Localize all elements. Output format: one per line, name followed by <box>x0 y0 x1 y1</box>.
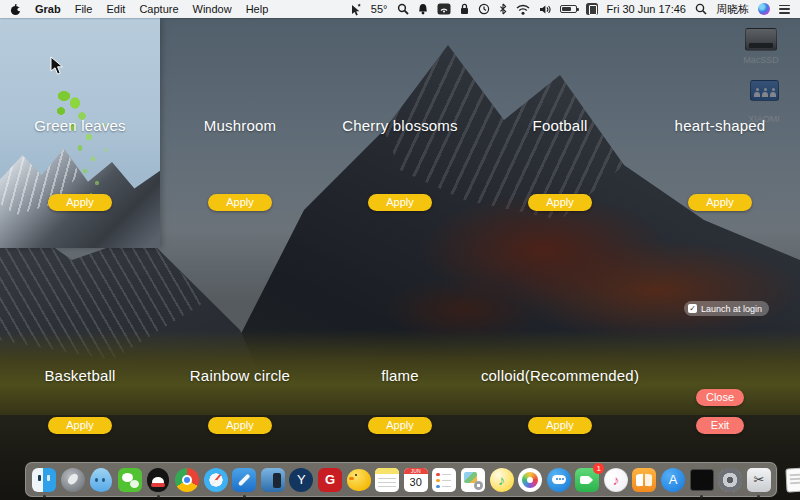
apply-button-flame[interactable]: Apply <box>368 417 432 434</box>
apply-button-rainbow-circle[interactable]: Apply <box>208 417 272 434</box>
user-name-status[interactable]: 周晓栋 <box>716 2 749 17</box>
lock-status-icon[interactable] <box>460 3 469 15</box>
exit-button[interactable]: Exit <box>696 417 744 434</box>
menu-edit[interactable]: Edit <box>106 3 125 15</box>
checkbox-check-icon[interactable]: ✓ <box>688 304 697 313</box>
dock-icon-device-tool[interactable] <box>260 467 286 493</box>
effect-label-mushroom: Mushroom <box>160 117 320 134</box>
menu-bar-left: Grab File Edit Capture Window Help <box>10 3 268 16</box>
effect-label-cherry-blossoms: Cherry blossoms <box>320 117 480 134</box>
dock-icon-grab[interactable]: ✂ <box>746 467 772 493</box>
wireless-display-status-icon[interactable] <box>437 3 451 15</box>
dock-divider <box>777 466 778 494</box>
dock-icon-tree-circle[interactable]: Y <box>288 467 314 493</box>
apply-button-basketball[interactable]: Apply <box>48 417 112 434</box>
dock-icon-documents[interactable] <box>784 467 800 493</box>
dock-icon-qq[interactable] <box>145 467 171 493</box>
apply-button-mushroom[interactable]: Apply <box>208 194 272 211</box>
temperature-status[interactable]: 55° <box>371 3 388 15</box>
dock-icon-reminders[interactable] <box>431 467 457 493</box>
dock-icon-water-drop[interactable] <box>88 467 114 493</box>
effect-label-basketball: Basketball <box>0 367 160 384</box>
dock-icon-finder[interactable] <box>31 467 57 493</box>
input-source-status-icon[interactable] <box>586 3 598 15</box>
effect-label-green-leaves: Green leaves <box>0 117 160 134</box>
dock-icon-wechat[interactable] <box>117 467 143 493</box>
dock-icon-chrome[interactable] <box>174 467 200 493</box>
dock-icon-itunes[interactable]: ♪ <box>603 467 629 493</box>
dock-icon-preview[interactable] <box>460 467 486 493</box>
notification-center-icon[interactable] <box>779 5 790 14</box>
dock-icon-qq-music[interactable]: ♪ <box>489 467 515 493</box>
green-leaves-particles <box>48 80 118 208</box>
dock-icon-xcode[interactable] <box>231 467 257 493</box>
effect-preview-cell-green-leaves[interactable]: Green leaves Apply <box>0 18 160 248</box>
bell-status-icon[interactable] <box>418 3 428 15</box>
effect-label-flame: flame <box>320 367 480 384</box>
dock-icon-photos[interactable] <box>517 467 543 493</box>
apply-button-green-leaves[interactable]: Apply <box>48 194 112 211</box>
menu-app-name[interactable]: Grab <box>35 3 61 15</box>
effect-label-colloid: colloid(Recommended) <box>480 367 640 384</box>
effect-label-heart-shaped: heart-shaped <box>640 117 800 134</box>
apply-button-football[interactable]: Apply <box>528 194 592 211</box>
menu-bar: Grab File Edit Capture Window Help 55° <box>0 0 800 18</box>
dock-icon-terminal[interactable] <box>689 467 715 493</box>
time-machine-status-icon[interactable] <box>478 3 490 15</box>
dock-icon-calendar[interactable]: JUN30 <box>403 467 429 493</box>
dock-icon-app-store[interactable]: A <box>660 467 686 493</box>
desktop-screen: MacSSD XIAOMI Mushroom Cherry blossoms F… <box>0 0 800 500</box>
loupe-status-icon[interactable] <box>397 3 409 15</box>
launch-at-login-checkbox[interactable]: ✓ Launch at login <box>684 301 769 316</box>
clock-status[interactable]: Fri 30 Jun 17:46 <box>607 3 687 15</box>
menu-window[interactable]: Window <box>193 3 232 15</box>
bluetooth-status-icon[interactable] <box>499 3 507 15</box>
dock: Y G JUN30 ♪ 1 ♪ A ✂ <box>25 462 777 497</box>
dock-icon-facetime[interactable]: 1 <box>574 467 600 493</box>
battery-status-icon[interactable] <box>560 5 577 13</box>
volume-status-icon[interactable] <box>539 4 551 15</box>
pointer-star-status-icon[interactable] <box>350 3 362 16</box>
dock-icon-notes[interactable] <box>374 467 400 493</box>
dock-icon-blue-chat[interactable] <box>546 467 572 493</box>
dock-icon-launchpad[interactable] <box>60 467 86 493</box>
menu-capture[interactable]: Capture <box>139 3 178 15</box>
apple-menu-icon[interactable] <box>10 3 21 16</box>
siri-icon[interactable] <box>758 3 770 15</box>
close-button[interactable]: Close <box>696 389 744 406</box>
wifi-status-icon[interactable] <box>516 4 530 15</box>
mouse-cursor-icon <box>50 56 64 76</box>
apply-button-cherry-blossoms[interactable]: Apply <box>368 194 432 211</box>
dock-icon-ibooks[interactable] <box>631 467 657 493</box>
effect-label-rainbow-circle: Rainbow circle <box>160 367 320 384</box>
menu-bar-status: 55° <box>350 2 790 17</box>
apply-button-colloid[interactable]: Apply <box>528 417 592 434</box>
menu-help[interactable]: Help <box>246 3 269 15</box>
menu-file[interactable]: File <box>75 3 93 15</box>
launch-at-login-label: Launch at login <box>701 304 762 314</box>
apply-button-heart-shaped[interactable]: Apply <box>688 194 752 211</box>
dock-icon-cyberduck[interactable] <box>346 467 372 493</box>
dock-icon-gitee[interactable]: G <box>317 467 343 493</box>
dock-icon-system-preferences[interactable] <box>717 467 743 493</box>
dock-icon-safari[interactable] <box>203 467 229 493</box>
effect-label-football: Football <box>480 117 640 134</box>
spotlight-search-icon[interactable] <box>695 3 707 15</box>
